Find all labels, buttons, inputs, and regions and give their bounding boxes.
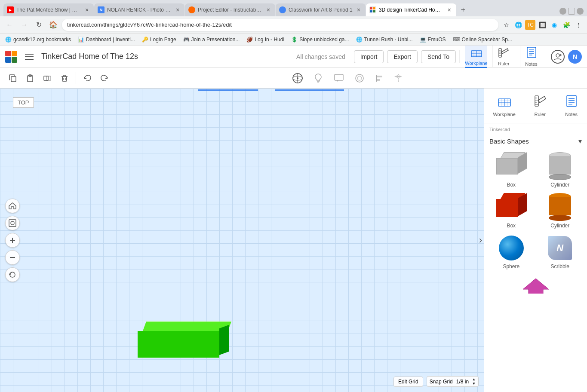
panel-collapse-button[interactable]: › [479, 235, 482, 246]
ruler-tool[interactable]: Ruler [529, 92, 551, 119]
snap-increment-btn[interactable]: ▲ [472, 377, 476, 381]
shape-item-cyl-orange[interactable]: Cylinder [538, 193, 582, 229]
delete-button[interactable] [57, 70, 72, 86]
notes-panel-button[interactable]: Notes [520, 46, 542, 68]
paste-button[interactable] [22, 70, 38, 86]
shape-item-arrow-partial[interactable] [484, 273, 587, 297]
tab-tinkercad-close[interactable]: × [446, 6, 453, 13]
shape-item-sphere[interactable]: Sphere [489, 234, 533, 270]
edit-grid-button[interactable]: Edit Grid [393, 377, 423, 387]
import-button[interactable]: Import [354, 50, 384, 63]
bookmark-slope-icon: 💲 [291, 37, 298, 43]
workplane-tool[interactable]: Workplane [489, 92, 519, 119]
category-dropdown-icon[interactable]: ▾ [578, 137, 582, 145]
light-bulb-button[interactable] [310, 70, 327, 87]
maximize-btn[interactable] [568, 8, 575, 15]
zoom-in-button[interactable] [5, 233, 20, 248]
minimize-btn[interactable] [559, 8, 566, 15]
svg-marker-49 [394, 75, 398, 78]
comment-button[interactable] [330, 70, 347, 87]
address-input[interactable] [62, 19, 498, 31]
tab-classwork-close[interactable]: × [355, 6, 362, 13]
bookmark-star-icon[interactable]: ☆ [501, 20, 511, 30]
bookmark-gcasdk[interactable]: 🌐 gcasdk12.org bookmarks [3, 36, 73, 43]
bookmark-hudl[interactable]: 🏈 Log In - Hudl [245, 36, 286, 43]
copy-button[interactable] [5, 70, 21, 86]
shape-item-scribble[interactable]: N Scribble [538, 234, 582, 270]
svg-point-44 [357, 76, 362, 80]
bookmark-spacebar[interactable]: ⌨ Online Spacebar Sp... [451, 36, 514, 43]
tab-docs-close[interactable]: × [174, 6, 181, 13]
redo-button[interactable] [97, 70, 112, 86]
circle-button[interactable] [351, 70, 368, 87]
shape-item-cyl-gray[interactable]: Cylinder [538, 152, 582, 188]
svg-point-43 [356, 74, 363, 82]
ext-icon-5[interactable]: 🧩 [561, 20, 572, 30]
new-tab-button[interactable]: + [457, 3, 470, 16]
home-view-button[interactable] [5, 199, 20, 213]
send-to-button[interactable]: Send To [421, 50, 456, 63]
snap-grid-stepper[interactable]: ▲ ▼ [472, 377, 476, 386]
tab-docs[interactable]: N NOLAN RENICK - Photo Doc... × [94, 3, 184, 16]
duplicate-button[interactable] [40, 70, 55, 86]
docs-favicon: N [98, 6, 104, 13]
bookmark-dashboard[interactable]: 📊 Dashboard | Inventi... [76, 36, 137, 43]
notes-tool[interactable]: Notes [560, 92, 583, 119]
align-left-button[interactable] [372, 70, 389, 87]
ext-icon-2[interactable]: TC [525, 20, 535, 30]
tab-docs-title: NOLAN RENICK - Photo Doc... [107, 7, 172, 13]
forward-button[interactable]: → [18, 19, 30, 31]
back-button[interactable]: ← [3, 19, 15, 31]
rotate-view-button[interactable] [5, 267, 20, 282]
add-person-button[interactable] [551, 50, 565, 64]
tab-youtube[interactable]: The Pat McAfee Show | Mo... × [3, 3, 94, 16]
ext-icon-4[interactable]: ◉ [549, 20, 559, 30]
cyl-orange-body [549, 197, 571, 215]
workplane-tool-icon [498, 95, 511, 110]
shape-item-box-red[interactable]: Box [489, 193, 533, 229]
zoom-out-button[interactable] [5, 250, 20, 265]
logo-cell-blue [5, 57, 11, 63]
home-button[interactable]: 🏠 [47, 19, 59, 31]
export-button[interactable]: Export [387, 50, 417, 63]
more-menu-btn[interactable]: ⋮ [573, 20, 584, 30]
close-browser-btn[interactable] [577, 8, 584, 15]
tab-tinkercad[interactable]: 3D design TinkerCad Home... × [366, 3, 456, 16]
svg-rect-3 [373, 10, 375, 12]
toolbar-separator-1 [76, 72, 76, 84]
browser-extension-icons: ☆ 🌐 TC 🔲 ◉ 🧩 ⋮ [501, 20, 584, 30]
tab-youtube-close[interactable]: × [83, 6, 90, 13]
svg-point-37 [297, 77, 298, 79]
undo-button[interactable] [80, 70, 95, 86]
shape-item-box-gray[interactable]: Box [489, 152, 533, 188]
canvas-area[interactable]: TOP [0, 89, 484, 392]
notes-label: Notes [525, 61, 538, 67]
notes-icon [526, 46, 538, 61]
bookmark-login-icon: 🔑 [142, 37, 148, 43]
tab-instructables-close[interactable]: × [265, 6, 272, 13]
user-avatar[interactable]: N [568, 50, 582, 64]
bookmark-hudl-label: Log In - Hudl [255, 37, 284, 43]
workplane-panel-button[interactable]: Workplane [465, 46, 487, 68]
flip-button[interactable] [390, 70, 407, 87]
bookmark-join[interactable]: 🎮 Join a Presentation... [181, 36, 242, 43]
bookmark-slope[interactable]: 💲 Slope unblocked ga... [289, 36, 350, 43]
cyl-gray-preview [545, 152, 575, 180]
ext-icon-3[interactable]: 🔲 [537, 20, 547, 30]
align-group [372, 70, 407, 87]
ruler-panel-button[interactable]: Ruler [492, 46, 515, 68]
fit-view-button[interactable] [5, 216, 20, 230]
snap-decrement-btn[interactable]: ▼ [472, 382, 476, 386]
tab-classwork[interactable]: Classwork for Art 8 Period 1 × [276, 3, 366, 16]
shapes-panel: Workplane Ruler [484, 89, 587, 392]
reload-button[interactable]: ↻ [33, 19, 45, 31]
tab-instructables[interactable]: Project Editor - Instructables × [185, 3, 275, 16]
view-3d-button[interactable] [289, 70, 306, 87]
ext-icon-1[interactable]: 🌐 [513, 20, 523, 30]
bookmark-emuos[interactable]: 💻 EmuOS [418, 36, 448, 43]
box-gray-preview [496, 152, 526, 180]
bookmark-spacebar-label: Online Spacebar Sp... [462, 37, 512, 43]
bookmark-tunnel[interactable]: 🌐 Tunnel Rush - Unbl... [354, 36, 415, 43]
bookmark-login[interactable]: 🔑 Login Page [140, 36, 178, 43]
hamburger-menu-button[interactable] [22, 50, 36, 64]
